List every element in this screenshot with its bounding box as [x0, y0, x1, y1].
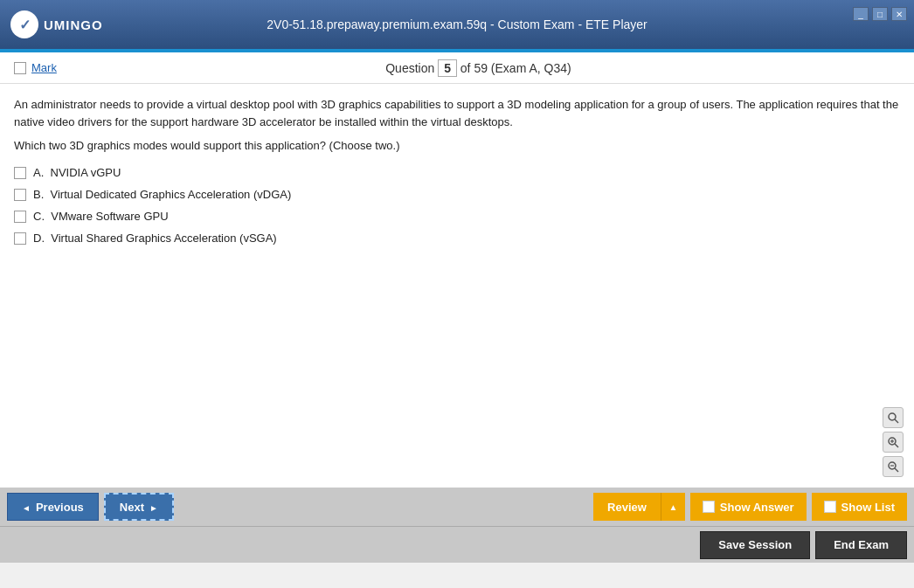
prev-label: Previous — [36, 501, 84, 514]
next-label: Next — [120, 501, 144, 514]
option-a: A. NVIDIA vGPU — [14, 166, 900, 179]
mark-area: Mark — [14, 61, 57, 74]
window-title: 2V0-51.18.prepaway.premium.exam.59q - Cu… — [267, 17, 647, 31]
zoom-out-button[interactable] — [883, 456, 904, 477]
action-bar: Save Session End Exam — [0, 526, 914, 563]
svg-line-1 — [895, 419, 898, 423]
option-d-label: D. Virtual Shared Graphics Acceleration … — [33, 232, 277, 245]
title-bar: ✓ UMINGO 2V0-51.18.prepaway.premium.exam… — [0, 0, 914, 49]
logo: ✓ UMINGO — [10, 10, 103, 38]
checkbox-b[interactable] — [14, 189, 26, 201]
review-label: Review — [607, 501, 647, 514]
minimize-button[interactable]: _ — [853, 7, 869, 21]
window-controls: _ □ ✕ — [853, 7, 907, 21]
option-b-label: B. Virtual Dedicated Graphics Accelerati… — [33, 188, 291, 201]
option-b: B. Virtual Dedicated Graphics Accelerati… — [14, 188, 900, 201]
next-button[interactable]: Next — [104, 493, 174, 521]
review-arrow-icon — [668, 501, 677, 513]
question-instruction: Which two 3D graphics modes would suppor… — [14, 139, 900, 152]
search-zoom-button[interactable] — [883, 407, 904, 428]
question-label: Question — [385, 61, 434, 75]
option-c: C. VMware Software GPU — [14, 210, 900, 223]
show-answer-icon — [703, 501, 715, 513]
maximize-button[interactable]: □ — [872, 7, 888, 21]
logo-check-icon: ✓ — [19, 17, 31, 33]
end-exam-button[interactable]: End Exam — [815, 531, 907, 559]
question-info: Question 5 of 59 (Exam A, Q34) — [57, 59, 900, 77]
end-exam-label: End Exam — [834, 538, 889, 551]
checkbox-a[interactable] — [14, 167, 26, 179]
mark-label[interactable]: Mark — [31, 61, 57, 74]
review-group: Review — [593, 493, 685, 521]
option-a-label: A. NVIDIA vGPU — [33, 166, 121, 179]
show-answer-label: Show Answer — [720, 501, 794, 514]
prev-chevron-icon — [22, 501, 31, 514]
logo-text: UMINGO — [44, 17, 103, 32]
content-area: An administrator needs to provide a virt… — [0, 84, 914, 488]
question-total: of 59 (Exam A, Q34) — [460, 61, 571, 75]
next-chevron-icon — [149, 501, 158, 514]
review-dropdown-button[interactable] — [661, 493, 685, 521]
question-text: An administrator needs to provide a virt… — [14, 96, 900, 130]
save-session-button[interactable]: Save Session — [700, 531, 810, 559]
svg-line-7 — [895, 468, 898, 472]
logo-circle: ✓ — [10, 10, 38, 38]
question-number: 5 — [438, 59, 457, 77]
toolbar-row: Mark Question 5 of 59 (Exam A, Q34) — [0, 52, 914, 84]
checkbox-d[interactable] — [14, 232, 26, 245]
review-button[interactable]: Review — [593, 493, 661, 521]
show-list-button[interactable]: Show List — [812, 493, 907, 521]
svg-line-3 — [895, 444, 898, 447]
checkbox-c[interactable] — [14, 211, 26, 223]
show-list-icon — [824, 501, 836, 513]
svg-point-0 — [889, 413, 896, 420]
zoom-in-button[interactable] — [883, 432, 904, 453]
zoom-controls — [883, 407, 904, 477]
close-button[interactable]: ✕ — [891, 7, 907, 21]
show-answer-button[interactable]: Show Answer — [690, 493, 807, 521]
nav-bar: Previous Next Review Show Answer Show Li… — [0, 488, 914, 526]
previous-button[interactable]: Previous — [7, 493, 99, 521]
option-d: D. Virtual Shared Graphics Acceleration … — [14, 232, 900, 245]
mark-checkbox[interactable] — [14, 62, 26, 74]
save-session-label: Save Session — [718, 538, 792, 551]
show-list-label: Show List — [841, 501, 895, 514]
option-c-label: C. VMware Software GPU — [33, 210, 169, 223]
